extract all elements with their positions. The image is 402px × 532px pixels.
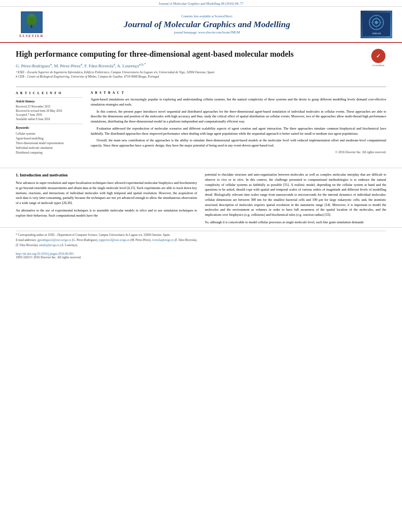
keywords-block: Keywords: Cellular systems Agent-based m…: [16, 124, 83, 155]
top-journal-bar: Journal of Molecular Graphics and Modell…: [0, 0, 402, 7]
footnote-star: * Corresponding author at: ESEI – Depart…: [16, 233, 386, 237]
received-revised-date: Received in revised form 26 May 2016: [16, 109, 83, 113]
elsevier-wordmark: ELSEVIER: [19, 34, 44, 38]
article-info-heading: A R T I C L E I N F O: [16, 91, 83, 96]
journal-homepage: journal homepage: www.elsevier.com/locat…: [55, 31, 359, 34]
article-info-panel: A R T I C L E I N F O Article history: R…: [16, 91, 83, 155]
col1-paragraph2: An alternative to the use of experimenta…: [16, 208, 197, 218]
article-title-area: High performance computing for three-dim…: [16, 49, 367, 79]
top-journal-text: Journal of Molecular Graphics and Modell…: [159, 2, 244, 6]
email4-name: (A. Lourenço).: [60, 243, 78, 247]
email2-link[interactable]: rupperrez3@esei.uvigo.es: [99, 238, 130, 242]
elsevier-logo: 🌳 ELSEVIER: [8, 11, 55, 38]
affiliation-b: b CEB – Centre of Biological Engineering…: [16, 74, 367, 79]
homepage-link[interactable]: www.elsevier.com/locate/JMGM: [198, 31, 240, 34]
jmgm-logo: JMGM: [361, 11, 392, 38]
abstract-heading: A B S T R A C T: [91, 91, 386, 95]
affiliations: ᵃ ESEI – Escuela Superior de Ingeniería …: [16, 70, 367, 79]
column-right: potential to elucidate structure and aut…: [205, 172, 386, 227]
crossmark-label: CrossMark: [372, 64, 384, 67]
article-body: A R T I C L E I N F O Article history: R…: [16, 87, 386, 155]
footnote-divider: [16, 231, 386, 231]
abstract-p3: Evaluation addressed the reproduction of…: [91, 126, 386, 136]
journal-center-info: Contents lists available at ScienceDirec…: [55, 15, 359, 34]
jmgm-logo-svg: JMGM: [363, 13, 390, 36]
svg-text:JMGM: JMGM: [372, 32, 381, 35]
two-column-body: 1. Introduction and motivation New advan…: [0, 172, 402, 227]
email4-link[interactable]: amalia@uvigo.es: [39, 243, 60, 247]
crossmark-section: ✓ CrossMark: [370, 49, 386, 67]
keywords-title: Keywords:: [16, 126, 83, 130]
abstract-p1: Agent-based simulations are increasingly…: [91, 97, 386, 107]
column-left: 1. Introduction and motivation New advan…: [16, 172, 197, 227]
accepted-date: Accepted 7 June 2016: [16, 113, 83, 117]
journal-logo-right: JMGM: [359, 11, 394, 38]
keyword-5: Distributed computing: [16, 150, 83, 155]
keyword-2: Agent-based modelling: [16, 136, 83, 141]
email1-link[interactable]: gprodriguez2@esei.uvigo.es: [37, 238, 71, 242]
abstract-copyright: © 2016 Elsevier Inc. All rights reserved…: [91, 150, 386, 155]
keyword-3: Three-dimensional model representation: [16, 141, 83, 146]
col1-paragraph1: New advances in super-resolution and sup…: [16, 180, 197, 206]
email4-prefix: (F. Fdez-Riverola),: [16, 243, 39, 247]
footnote-emails: E-mail addresses: gprodriguez2@esei.uvig…: [16, 238, 386, 242]
article-title: High performance computing for three-dim…: [16, 49, 367, 59]
svg-rect-5: [31, 25, 32, 28]
issn-line: 1093-3263/© 2016 Elsevier Inc. All right…: [0, 256, 402, 261]
history-title: Article history:: [16, 99, 83, 104]
email1-name: (G. Pérez-Rodríguez),: [72, 238, 98, 242]
footnote-area: * Corresponding author at: ESEI – Depart…: [0, 227, 402, 250]
doi-link[interactable]: http://dx.doi.org/10.1016/j.jmgm.2016.06…: [16, 252, 74, 256]
main-divider: [0, 168, 402, 168]
crossmark-icon: ✓: [371, 49, 385, 63]
received-date: Received 23 November 2015: [16, 105, 83, 109]
abstract-text: Agent-based simulations are increasingly…: [91, 97, 386, 155]
article-title-section: High performance computing for three-dim…: [16, 49, 386, 83]
email3-name: (F. Fdez-Riverola),: [175, 238, 197, 242]
keyword-4: Individual molecule simulation: [16, 146, 83, 150]
abstract-p2: In this context, the present paper intro…: [91, 109, 386, 124]
journal-header: 🌳 ELSEVIER Contents lists available at S…: [0, 7, 402, 43]
footnote-email4: (F. Fdez-Riverola), amalia@uvigo.es (A. …: [16, 243, 386, 247]
main-content: High performance computing for three-dim…: [0, 43, 402, 164]
svg-point-4: [30, 17, 37, 25]
authors-line: G. Pérez-Rodrígueza, M. Pérez-Péreza, F.…: [16, 62, 367, 68]
contents-line: Contents lists available at ScienceDirec…: [55, 15, 359, 18]
elsevier-svg: 🌳: [22, 12, 41, 32]
sciencedirect-link[interactable]: ScienceDirect: [215, 15, 233, 18]
col2-paragraph2: So, although it is conceivable to model …: [205, 220, 386, 225]
author-list: G. Pérez-Rodrígueza, M. Pérez-Péreza, F.…: [16, 63, 146, 68]
email2-name: (M. Pérez-Pérez),: [130, 238, 151, 242]
affiliation-a: ᵃ ESEI – Escuela Superior de Ingeniería …: [16, 70, 367, 74]
email-label: E-mail addresses:: [16, 238, 37, 242]
journal-title: Journal of Molecular Graphics and Modell…: [55, 19, 359, 30]
col2-paragraph1: potential to elucidate structure and aut…: [205, 172, 386, 217]
section1-title: 1. Introduction and motivation: [16, 172, 197, 178]
elsevier-tree-icon: 🌳: [21, 11, 43, 33]
available-date: Available online 8 June 2016: [16, 117, 83, 122]
doi-line: http://dx.doi.org/10.1016/j.jmgm.2016.06…: [0, 250, 402, 256]
elsevier-logo-section: 🌳 ELSEVIER: [8, 11, 55, 38]
email3-link[interactable]: riverola@uvigo.es: [152, 238, 174, 242]
abstract-section: A B S T R A C T Agent-based simulations …: [91, 91, 386, 155]
abstract-p4: Overall, the main new contribution of th…: [91, 138, 386, 148]
keyword-1: Cellular systems: [16, 132, 83, 136]
article-history-block: Article history: Received 23 November 20…: [16, 97, 83, 121]
